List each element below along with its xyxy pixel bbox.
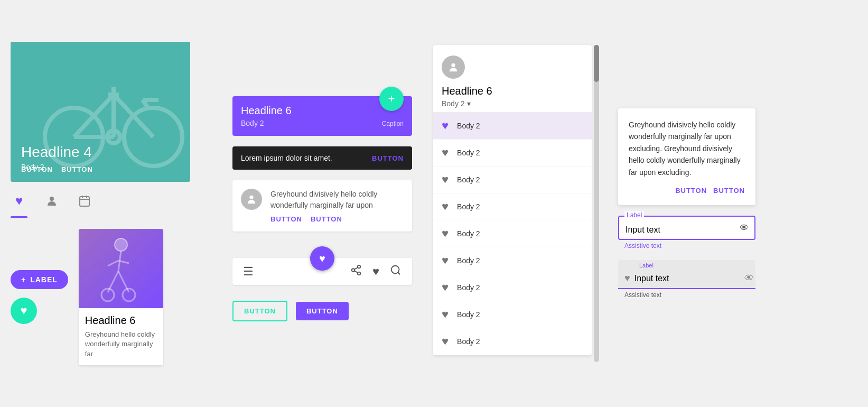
list-item-5[interactable]: ♥ Body 2 — [433, 247, 592, 274]
svg-point-22 — [101, 289, 114, 301]
list-item-1[interactable]: ♥ Body 2 — [433, 140, 592, 166]
list-item-7[interactable]: ♥ Body 2 — [433, 301, 592, 328]
dropdown-arrow-icon: ▾ — [467, 99, 471, 108]
dialog-button1[interactable]: BUTTON — [675, 187, 707, 195]
outlined-input: Label 👁 — [618, 216, 755, 240]
fab-label-button[interactable]: + LABEL — [11, 270, 68, 289]
list-card-button1[interactable]: BUTTON — [270, 215, 302, 223]
bottom-bar-fab[interactable]: ♥ — [310, 246, 334, 271]
list-item-text-3: Body 2 — [457, 202, 480, 211]
list-item-text-4: Body 2 — [457, 229, 480, 238]
list-item-text-1: Body 2 — [457, 149, 480, 157]
list-item-heart-8: ♥ — [442, 335, 449, 348]
cyclist-illustration — [79, 229, 163, 308]
svg-rect-14 — [80, 197, 89, 206]
list-header-dropdown[interactable]: Body 2 ▾ — [442, 99, 583, 108]
filled-input: ♥ Label 👁 — [618, 260, 755, 289]
list-card: Greyhound divisively hello coldly wonder… — [232, 180, 412, 232]
image-card: Headline 4 Body 2 BUTTON BUTTON — [11, 42, 190, 182]
list-card-avatar — [241, 189, 262, 210]
outlined-assistive-text: Assistive text — [618, 242, 755, 249]
filled-heart-icon: ♥ — [624, 273, 630, 284]
svg-point-13 — [50, 197, 54, 201]
list-header: Headline 6 Body 2 ▾ — [433, 45, 592, 113]
list-item-heart-1: ♥ — [442, 146, 449, 160]
list-item-6[interactable]: ♥ Body 2 — [433, 274, 592, 301]
image-card-button1[interactable]: BUTTON — [21, 163, 53, 175]
small-card-text: Greyhound hello coldly wonderfully margi… — [85, 330, 157, 359]
list-item-text-2: Body 2 — [457, 175, 480, 184]
bottom-bar-fab-icon: ♥ — [319, 253, 325, 265]
svg-line-33 — [398, 272, 400, 274]
list-container: Headline 6 Body 2 ▾ ♥ Body 2 ♥ Body 2 ♥ — [433, 45, 592, 355]
list-item-heart-4: ♥ — [442, 227, 449, 240]
list-header-headline: Headline 6 — [442, 85, 583, 97]
list-with-scrollbar: Headline 6 Body 2 ▾ ♥ Body 2 ♥ Body 2 ♥ — [433, 45, 602, 362]
outline-button[interactable]: BUTTON — [232, 301, 287, 321]
list-item-text-6: Body 2 — [457, 283, 480, 292]
outlined-input-container: Label 👁 Assistive text — [618, 216, 755, 249]
snackbar-button[interactable]: BUTTON — [372, 154, 404, 162]
scrollbar-thumb[interactable] — [594, 45, 599, 82]
buttons-row2: BUTTON BUTTON — [232, 301, 417, 321]
heart-fab-button[interactable]: ♥ — [11, 298, 37, 324]
filled-input-label: Label — [639, 262, 654, 269]
filled-input-container: ♥ Label 👁 Assistive text — [618, 260, 755, 299]
tab-heart[interactable]: ♥ — [11, 192, 27, 214]
tab-person[interactable] — [43, 192, 60, 214]
tab-calendar[interactable] — [76, 192, 93, 214]
list-card-content: Greyhound divisively hello coldly wonder… — [270, 189, 404, 223]
column-3: Headline 6 Body 2 ▾ ♥ Body 2 ♥ Body 2 ♥ — [433, 45, 602, 362]
list-item-3[interactable]: ♥ Body 2 — [433, 193, 592, 220]
small-card: Headline 6 Greyhound hello coldly wonder… — [79, 229, 163, 365]
bar-left-icons: ☰ — [243, 265, 254, 279]
heart-icon[interactable]: ♥ — [372, 265, 379, 279]
share-icon[interactable] — [350, 264, 362, 279]
bottom-app-bar: ♥ ☰ ♥ — [232, 258, 412, 285]
filled-input-field[interactable] — [634, 274, 740, 283]
search-icon[interactable] — [390, 264, 402, 279]
dialog-button2[interactable]: BUTTON — [713, 187, 745, 195]
list-item-text-5: Body 2 — [457, 256, 480, 265]
outlined-eye-icon[interactable]: 👁 — [740, 222, 749, 233]
menu-icon[interactable]: ☰ — [243, 265, 254, 279]
filled-eye-icon[interactable]: 👁 — [744, 273, 754, 284]
list-item-text-0: Body 2 — [457, 122, 480, 130]
fab-row: + LABEL ♥ — [11, 229, 217, 365]
filled-button[interactable]: BUTTON — [296, 302, 349, 320]
tabs-row: ♥ — [11, 192, 217, 218]
list-card-text: Greyhound divisively hello coldly wonder… — [270, 189, 404, 211]
banner-card: + Headline 6 Body 2 Caption — [232, 96, 412, 136]
list-item-text-8: Body 2 — [457, 337, 480, 346]
list-item-0[interactable]: ♥ Body 2 — [433, 113, 592, 140]
svg-line-24 — [108, 261, 118, 266]
list-item-4[interactable]: ♥ Body 2 — [433, 220, 592, 247]
list-item-heart-3: ♥ — [442, 200, 449, 214]
snackbar-text: Lorem ipsum dolor sit amet. — [241, 154, 332, 162]
list-card-action-buttons: BUTTON BUTTON — [270, 215, 404, 223]
list-items: ♥ Body 2 ♥ Body 2 ♥ Body 2 ♥ Body 2 ♥ — [433, 113, 592, 355]
person-tab-icon — [43, 192, 60, 209]
heart-tab-icon: ♥ — [11, 192, 27, 209]
list-item-heart-5: ♥ — [442, 254, 449, 267]
list-item-2[interactable]: ♥ Body 2 — [433, 166, 592, 193]
list-item-heart-2: ♥ — [442, 173, 449, 187]
image-card-button2[interactable]: BUTTON — [61, 163, 93, 175]
column-2: + Headline 6 Body 2 Caption Lorem ipsum … — [232, 86, 417, 321]
banner-fab[interactable]: + — [379, 87, 404, 111]
svg-point-23 — [123, 289, 135, 301]
image-card-headline: Headline 4 — [21, 143, 92, 161]
svg-point-18 — [115, 238, 127, 251]
outlined-input-field[interactable] — [626, 225, 730, 235]
svg-point-26 — [249, 196, 253, 199]
dialog-buttons: BUTTON BUTTON — [629, 187, 745, 195]
list-header-body2: Body 2 — [442, 99, 465, 108]
scrollbar-track[interactable] — [594, 45, 599, 362]
list-item-8[interactable]: ♥ Body 2 — [433, 328, 592, 355]
list-card-button2[interactable]: BUTTON — [311, 215, 342, 223]
svg-line-31 — [354, 267, 358, 270]
list-item-heart-6: ♥ — [442, 281, 449, 294]
list-header-avatar — [442, 56, 465, 79]
banner-caption: Caption — [382, 120, 404, 127]
svg-point-29 — [358, 272, 361, 275]
